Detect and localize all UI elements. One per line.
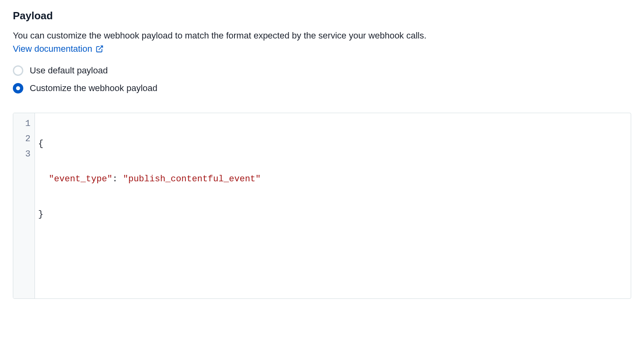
code-line: { bbox=[38, 136, 628, 152]
editor-code-area[interactable]: { "event_type": "publish_contentful_even… bbox=[35, 113, 631, 298]
payload-code-editor[interactable]: 1 2 3 { "event_type": "publish_contentfu… bbox=[13, 113, 631, 299]
gutter-line: 2 bbox=[13, 132, 35, 147]
view-documentation-link[interactable]: View documentation bbox=[13, 44, 104, 54]
radio-option-default[interactable]: Use default payload bbox=[13, 65, 631, 76]
payload-radio-group: Use default payload Customize the webhoo… bbox=[13, 65, 631, 93]
code-line: } bbox=[38, 207, 628, 222]
external-link-icon bbox=[96, 45, 104, 53]
gutter-line: 1 bbox=[13, 116, 35, 132]
doc-link-label: View documentation bbox=[13, 44, 92, 54]
section-title: Payload bbox=[13, 10, 631, 22]
radio-circle-default bbox=[13, 65, 23, 76]
radio-option-customize[interactable]: Customize the webhook payload bbox=[13, 83, 631, 93]
radio-label-customize: Customize the webhook payload bbox=[30, 83, 157, 93]
section-description: You can customize the webhook payload to… bbox=[13, 29, 631, 42]
radio-label-default: Use default payload bbox=[30, 65, 108, 76]
gutter-line: 3 bbox=[13, 147, 35, 162]
radio-circle-customize bbox=[13, 83, 23, 93]
code-line: "event_type": "publish_contentful_event" bbox=[38, 172, 628, 187]
editor-gutter: 1 2 3 bbox=[13, 113, 35, 298]
